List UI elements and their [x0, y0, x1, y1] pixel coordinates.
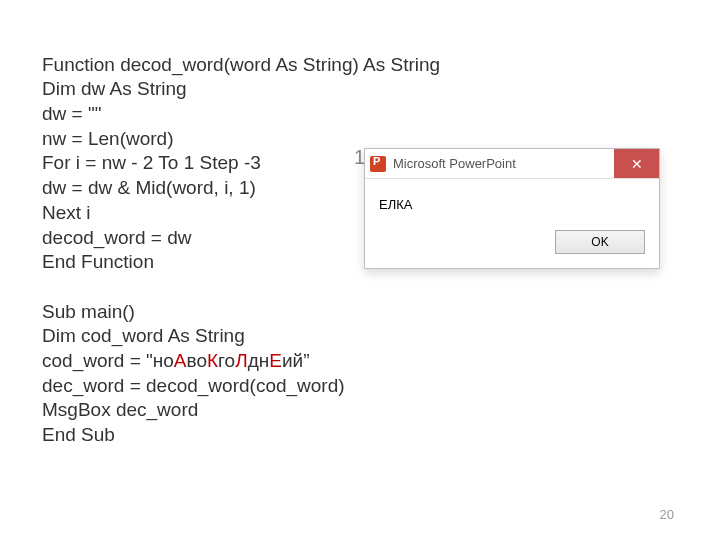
code-line: nw = Len(word) — [42, 128, 173, 149]
highlight-E: Е — [269, 350, 282, 371]
ok-button[interactable]: OK — [555, 230, 645, 254]
highlight-A: А — [174, 350, 187, 371]
titlebar: Microsoft PowerPoint ✕ — [365, 149, 659, 179]
close-icon: ✕ — [631, 156, 643, 172]
page-number: 20 — [660, 507, 674, 522]
code-line: Dim dw As String — [42, 78, 187, 99]
code-line: dw = "" — [42, 103, 101, 124]
dialog-message: ЕЛКА — [365, 179, 659, 222]
message-box: Microsoft PowerPoint ✕ ЕЛКА OK — [364, 148, 660, 269]
highlight-K: К — [207, 350, 218, 371]
code-line: decod_word = dw — [42, 227, 191, 248]
powerpoint-icon — [370, 156, 386, 172]
code-line: Dim cod_word As String — [42, 325, 245, 346]
code-line: Next i — [42, 202, 91, 223]
code-line: For i = nw - 2 To 1 Step -3 — [42, 152, 261, 173]
code-line: End Function — [42, 251, 154, 272]
code-line: Sub main() — [42, 301, 135, 322]
code-line: dw = dw & Mid(word, i, 1) — [42, 177, 256, 198]
code-line: cod_word = "ноАвоКгоЛднЕий” — [42, 350, 309, 371]
close-button[interactable]: ✕ — [614, 149, 659, 178]
highlight-L: Л — [235, 350, 247, 371]
dialog-title: Microsoft PowerPoint — [391, 149, 614, 178]
code-line: Function decod_word(word As String) As S… — [42, 54, 440, 75]
code-line: End Sub — [42, 424, 115, 445]
code-line: dec_word = decod_word(cod_word) — [42, 375, 345, 396]
code-line: MsgBox dec_word — [42, 399, 198, 420]
